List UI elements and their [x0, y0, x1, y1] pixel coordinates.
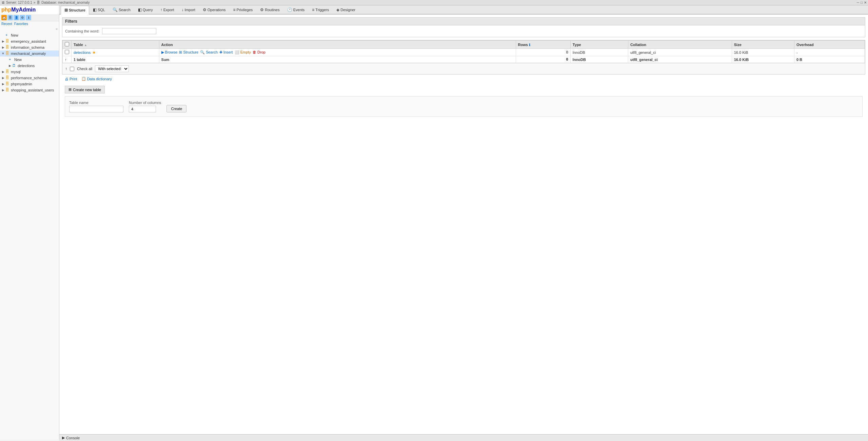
th-rows-label: Rows: [518, 43, 528, 47]
new-db-icon: +: [9, 57, 14, 62]
sidebar-item-detections[interactable]: ▶ 🗒 detections: [7, 63, 59, 69]
insert-link[interactable]: ✚ Insert: [219, 50, 234, 54]
new-icon: +: [5, 33, 10, 38]
sidebar-item-mechanical-anomaly[interactable]: ▼ 🗄 mechanical_anomaly: [0, 50, 59, 57]
table-name-group: Table name: [69, 101, 123, 112]
tab-privileges[interactable]: ≡ Privileges: [230, 5, 257, 14]
th-overhead: Overhead: [794, 41, 865, 49]
export-tab-icon: ↑: [160, 7, 162, 12]
th-table: Table ▲: [72, 41, 159, 49]
tree-toggle-mechanical: ▼: [1, 52, 5, 55]
insert-icon: ✚: [219, 50, 222, 54]
breadcrumb: 🖥 Server: 127.0.0.1 » 🗄 Database: mechan…: [1, 1, 90, 4]
phpmyadmin-logo: phpMyAdmin: [1, 7, 36, 13]
operations-tab-icon: ⚙: [203, 7, 206, 12]
sidebar-label-perf: performance_schema: [11, 76, 47, 80]
db-icon-info: 🗄: [5, 45, 10, 50]
table-name-input[interactable]: [69, 106, 123, 112]
sidebar-item-emergency-assistant[interactable]: ▶ 🗄 emergency_assistant: [0, 38, 59, 44]
window-close[interactable]: ✕: [864, 1, 867, 4]
empty-link[interactable]: ⬜ Empty: [235, 50, 252, 54]
create-button[interactable]: Create: [166, 105, 186, 112]
th-table-label: Table: [74, 43, 83, 47]
tab-query[interactable]: ◧ Query: [134, 5, 157, 14]
sum-collation-cell: utf8_general_ci: [628, 56, 732, 63]
tab-structure[interactable]: ⊞ Structure: [61, 6, 89, 15]
tab-export[interactable]: ↑ Export: [157, 5, 178, 14]
settings-icon[interactable]: ⚙: [20, 15, 25, 20]
sum-type-cell: InnoDB: [570, 56, 628, 63]
tab-search[interactable]: 🔍 Search: [109, 5, 134, 14]
tab-designer[interactable]: ◈ Designer: [333, 5, 359, 14]
database-icon: 🗄: [37, 1, 40, 4]
console-icon: ▶: [62, 436, 65, 440]
tab-sql[interactable]: ◧ SQL: [89, 5, 109, 14]
columns-input[interactable]: [129, 106, 156, 112]
filters-body: Containing the word:: [62, 25, 865, 37]
tables-container: Table ▲ Action Rows ℹ Type Collation Siz…: [62, 40, 865, 75]
th-checkbox: [63, 41, 72, 49]
home-icon[interactable]: 🏠: [1, 15, 7, 20]
sidebar-collapse-btn[interactable]: «: [0, 26, 59, 31]
favorites-link[interactable]: Favorites: [14, 22, 28, 26]
user-icon[interactable]: 👤: [14, 15, 19, 20]
print-label: Print: [70, 77, 77, 81]
sidebar-item-information-schema[interactable]: ▶ 🗄 information_schema: [0, 44, 59, 50]
table-name-link[interactable]: detections: [74, 50, 91, 55]
tab-routines[interactable]: ⚙ Routines: [256, 5, 283, 14]
database-table: Table ▲ Action Rows ℹ Type Collation Siz…: [62, 40, 865, 63]
favorite-icon[interactable]: ★: [92, 50, 96, 55]
print-icon: 🖨: [65, 77, 68, 81]
sidebar-item-new-db[interactable]: + New: [3, 57, 59, 63]
window-minimize[interactable]: ─: [857, 1, 859, 4]
tab-structure-label: Structure: [69, 8, 85, 12]
back-arrow-btn[interactable]: ↑: [65, 66, 67, 71]
sidebar-item-new-top[interactable]: + New: [0, 32, 59, 38]
with-selected-select[interactable]: With selected:: [95, 65, 129, 72]
create-table-section: ⊞ Create new table Table name Number of …: [62, 83, 865, 120]
db-icon-emergency: 🗄: [5, 39, 10, 44]
select-all-checkbox[interactable]: [65, 42, 69, 46]
search-link[interactable]: 🔍 Search: [200, 50, 219, 54]
tab-import[interactable]: ↓ Import: [178, 5, 199, 14]
structure-link[interactable]: ⊞ Structure: [179, 50, 199, 54]
tab-triggers-label: Triggers: [315, 8, 329, 12]
tab-sql-label: SQL: [98, 8, 105, 12]
info-sidebar-icon[interactable]: ℹ: [26, 15, 31, 20]
tab-events[interactable]: 🕐 Events: [283, 5, 309, 14]
sidebar-item-mysql[interactable]: ▶ 🗄 mysql: [0, 69, 59, 75]
browse-link[interactable]: ▶ Browse: [161, 50, 179, 54]
db-icon-pma: 🗄: [5, 82, 10, 86]
sidebar-item-phpmyadmin[interactable]: ▶ 🗄 phpmyadmin: [0, 81, 59, 87]
drop-link[interactable]: 🗑 Drop: [253, 50, 265, 54]
db-icon-shopping: 🗄: [5, 88, 10, 92]
sidebar-item-shopping[interactable]: ▶ 🗄 shopping_assistant_users: [0, 87, 59, 93]
recent-link[interactable]: Recent: [1, 22, 12, 26]
window-maximize[interactable]: □: [861, 1, 863, 4]
tree-toggle-shopping: ▶: [1, 88, 5, 92]
table-header-row: Table ▲ Action Rows ℹ Type Collation Siz…: [63, 41, 865, 49]
sidebar-item-performance-schema[interactable]: ▶ 🗄 performance_schema: [0, 75, 59, 81]
routines-tab-icon: ⚙: [260, 7, 264, 12]
designer-tab-icon: ◈: [336, 7, 339, 12]
columns-label: Number of columns: [129, 101, 161, 105]
data-dict-link[interactable]: 📋 Data dictionary: [81, 77, 112, 81]
sum-tables-cell: 1 table: [72, 56, 159, 63]
tab-designer-label: Designer: [340, 8, 355, 12]
tab-triggers[interactable]: ≡ Triggers: [308, 5, 333, 14]
sort-arrow-table[interactable]: ▲: [84, 43, 87, 47]
filter-input[interactable]: [102, 28, 156, 34]
sidebar-label-shopping: shopping_assistant_users: [11, 88, 54, 92]
row-rows-cell: 0: [516, 49, 570, 56]
create-new-table-button[interactable]: ⊞ Create new table: [65, 86, 105, 93]
check-all-checkbox[interactable]: [70, 67, 74, 71]
topbar: 🖥 Server: 127.0.0.1 » 🗄 Database: mechan…: [0, 0, 868, 5]
db-icon[interactable]: 🗄: [7, 15, 13, 20]
triggers-tab-icon: ≡: [312, 7, 314, 12]
row-checkbox-detections[interactable]: [65, 50, 69, 54]
tab-query-label: Query: [143, 8, 153, 12]
console-bar[interactable]: ▶ Console: [59, 434, 868, 441]
print-link[interactable]: 🖨 Print: [65, 77, 77, 81]
rows-info-icon[interactable]: ℹ: [529, 43, 530, 47]
tab-operations[interactable]: ⚙ Operations: [199, 5, 230, 14]
